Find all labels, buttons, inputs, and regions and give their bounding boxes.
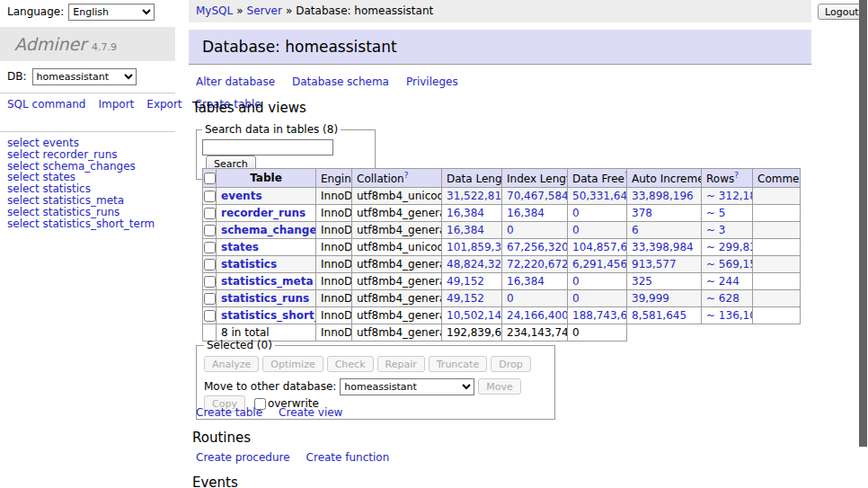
- repair-button[interactable]: Repair: [377, 356, 425, 372]
- drop-button[interactable]: Drop: [491, 356, 530, 372]
- table-link[interactable]: statistics_runs: [221, 292, 309, 305]
- data-length-cell[interactable]: 49,152: [442, 273, 502, 290]
- table-link[interactable]: statistics_short_term: [221, 309, 316, 322]
- row-checkbox[interactable]: [204, 310, 216, 322]
- privileges-link[interactable]: Privileges: [406, 75, 458, 88]
- data-free-cell[interactable]: 188,743,680: [568, 307, 627, 324]
- table-link[interactable]: states: [221, 241, 259, 253]
- row-checkbox[interactable]: [204, 259, 216, 271]
- table-row: events InnoDB utf8mb4_unicode_ci 31,522,…: [203, 188, 801, 205]
- sidebar-link-import[interactable]: Import: [98, 98, 134, 111]
- adminer-logo-link[interactable]: Adminer: [14, 34, 86, 54]
- routines-heading: Routines: [192, 430, 251, 446]
- sidebar-item-select-events[interactable]: select events: [7, 138, 155, 149]
- sidebar-link-export[interactable]: Export: [146, 98, 182, 111]
- db-select[interactable]: homeassistant: [32, 68, 137, 85]
- index-length-cell[interactable]: 0: [502, 290, 568, 307]
- data-free-cell[interactable]: 0: [568, 290, 627, 307]
- rows-cell[interactable]: ~ 5: [702, 205, 753, 222]
- data-length-cell[interactable]: 10,502,144: [442, 307, 502, 324]
- data-length-cell[interactable]: 101,859,328: [442, 239, 502, 256]
- alter-database-link[interactable]: Alter database: [196, 75, 275, 88]
- row-checkbox[interactable]: [204, 242, 216, 253]
- index-length-cell[interactable]: 70,467,584: [502, 188, 568, 205]
- row-checkbox[interactable]: [204, 208, 216, 219]
- auto-increment-cell[interactable]: 913,577: [627, 256, 702, 273]
- data-free-cell[interactable]: 104,857,600: [568, 239, 627, 256]
- search-input[interactable]: [202, 139, 333, 155]
- row-checkbox[interactable]: [204, 276, 216, 288]
- data-free-cell[interactable]: 50,331,648: [568, 188, 627, 205]
- sidebar-item-select-statistics-short-term[interactable]: select statistics_short_term: [7, 218, 155, 230]
- data-length-cell[interactable]: 16,384: [442, 222, 502, 239]
- sidebar-item-select-statistics-meta[interactable]: select statistics_meta: [7, 195, 155, 207]
- breadcrumb-separator: »: [286, 4, 292, 17]
- collation-cell: utf8mb4_general_ci: [352, 256, 442, 273]
- table-row: statistics_meta InnoDB utf8mb4_general_c…: [203, 273, 801, 290]
- data-free-cell[interactable]: 0: [568, 222, 627, 239]
- optimize-button[interactable]: Optimize: [262, 356, 323, 372]
- auto-increment-cell[interactable]: 39,999: [627, 290, 702, 307]
- truncate-button[interactable]: Truncate: [429, 356, 487, 372]
- check-button[interactable]: Check: [327, 356, 374, 372]
- index-length-cell[interactable]: 72,220,672: [502, 256, 568, 273]
- auto-increment-cell[interactable]: 6: [627, 222, 702, 239]
- create-view-link[interactable]: Create view: [279, 406, 342, 419]
- auto-increment-cell[interactable]: 378: [627, 205, 702, 222]
- table-link[interactable]: events: [221, 190, 262, 202]
- data-free-cell[interactable]: 0: [568, 205, 627, 222]
- data-length-cell[interactable]: 16,384: [442, 205, 502, 222]
- row-checkbox[interactable]: [204, 293, 216, 305]
- col-header-rows: Rows?: [702, 169, 753, 188]
- table-link[interactable]: statistics_meta: [221, 275, 314, 288]
- col-header-table: Table: [217, 169, 316, 188]
- rows-cell[interactable]: ~ 628: [702, 290, 753, 307]
- help-icon[interactable]: ?: [734, 171, 739, 180]
- index-length-cell[interactable]: 0: [502, 222, 568, 239]
- data-length-cell[interactable]: 49,152: [442, 290, 502, 307]
- sidebar-item-select-recorder-runs[interactable]: select recorder_runs: [7, 149, 155, 161]
- move-database-select[interactable]: homeassistant: [340, 378, 474, 395]
- sidebar-actions: SQL commandImportExportCreate table: [7, 99, 171, 111]
- index-length-cell[interactable]: 67,256,320: [502, 239, 568, 256]
- sidebar-item-select-statistics-runs[interactable]: select statistics_runs: [7, 207, 155, 218]
- data-free-cell[interactable]: 6,291,456: [568, 256, 627, 273]
- rows-cell[interactable]: ~ 312,180: [702, 188, 753, 205]
- create-procedure-link[interactable]: Create procedure: [196, 451, 290, 464]
- auto-increment-cell[interactable]: 325: [627, 273, 702, 290]
- data-free-cell[interactable]: 0: [568, 273, 627, 290]
- collation-cell: utf8mb4_general_ci: [352, 307, 442, 324]
- table-link[interactable]: schema_changes: [221, 224, 316, 236]
- auto-increment-cell[interactable]: 33,398,984: [627, 239, 702, 256]
- rows-cell[interactable]: ~ 244: [702, 273, 753, 290]
- auto-increment-cell[interactable]: 33,898,196: [627, 188, 702, 205]
- language-select[interactable]: English: [68, 4, 155, 21]
- data-length-cell[interactable]: 31,522,816: [442, 188, 502, 205]
- index-length-cell[interactable]: 16,384: [502, 205, 568, 222]
- create-function-link[interactable]: Create function: [306, 451, 390, 464]
- index-length-cell[interactable]: 16,384: [502, 273, 568, 290]
- analyze-button[interactable]: Analyze: [204, 356, 259, 372]
- rows-cell[interactable]: ~ 299,833: [702, 239, 753, 256]
- rows-cell[interactable]: ~ 569,159: [702, 256, 753, 273]
- table-link[interactable]: recorder_runs: [221, 207, 306, 219]
- rows-cell[interactable]: ~ 3: [702, 222, 753, 239]
- move-button[interactable]: Move: [478, 378, 521, 395]
- table-link[interactable]: statistics: [221, 258, 277, 271]
- create-table-link[interactable]: Create table: [196, 406, 262, 419]
- index-length-cell[interactable]: 24,166,400: [502, 307, 568, 324]
- row-checkbox[interactable]: [204, 191, 216, 202]
- comment-cell: [753, 307, 801, 324]
- breadcrumb-server-link[interactable]: Server: [247, 4, 282, 17]
- auto-increment-cell[interactable]: 8,581,645: [627, 307, 702, 324]
- sidebar-link-sql-command[interactable]: SQL command: [7, 98, 85, 111]
- data-length-cell[interactable]: 48,824,320: [442, 256, 502, 273]
- help-icon[interactable]: ?: [404, 171, 409, 180]
- row-checkbox[interactable]: [204, 225, 216, 236]
- collation-cell: utf8mb4_unicode_ci: [352, 239, 442, 256]
- vertical-scrollbar-thumb[interactable]: [859, 0, 867, 447]
- breadcrumb-mysql-link[interactable]: MySQL: [196, 4, 233, 17]
- database-schema-link[interactable]: Database schema: [292, 75, 389, 88]
- rows-cell[interactable]: ~ 136,108: [702, 307, 753, 324]
- select-all-checkbox[interactable]: [204, 173, 216, 184]
